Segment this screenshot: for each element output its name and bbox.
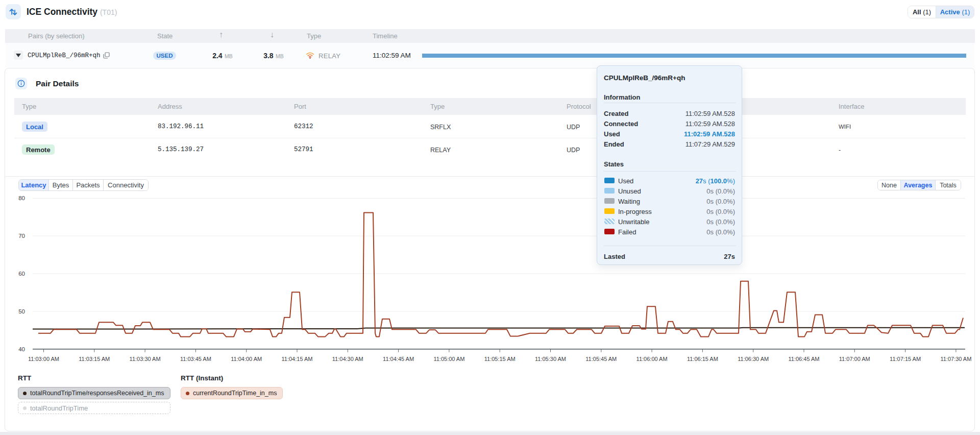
svg-text:11:06:15 AM: 11:06:15 AM	[687, 356, 718, 362]
svg-text:11:06:45 AM: 11:06:45 AM	[789, 356, 820, 362]
svg-text:80: 80	[18, 195, 25, 201]
svg-text:70: 70	[18, 233, 25, 239]
svg-text:11:05:30 AM: 11:05:30 AM	[535, 356, 566, 362]
svg-text:11:07:00 AM: 11:07:00 AM	[839, 356, 870, 362]
svg-text:11:07:15 AM: 11:07:15 AM	[890, 356, 921, 362]
svg-text:11:03:00 AM: 11:03:00 AM	[28, 356, 59, 362]
svg-text:11:03:45 AM: 11:03:45 AM	[180, 356, 211, 362]
svg-text:11:04:15 AM: 11:04:15 AM	[282, 356, 313, 362]
svg-text:11:05:45 AM: 11:05:45 AM	[585, 356, 617, 362]
svg-text:40: 40	[18, 346, 25, 352]
svg-text:11:06:00 AM: 11:06:00 AM	[636, 356, 668, 362]
svg-text:11:05:15 AM: 11:05:15 AM	[484, 356, 516, 362]
svg-text:11:04:00 AM: 11:04:00 AM	[231, 356, 262, 362]
svg-text:11:06:30 AM: 11:06:30 AM	[738, 356, 769, 362]
svg-text:50: 50	[18, 308, 25, 315]
svg-text:11:03:15 AM: 11:03:15 AM	[79, 356, 110, 362]
svg-text:11:05:00 AM: 11:05:00 AM	[433, 356, 464, 362]
svg-text:11:04:30 AM: 11:04:30 AM	[332, 356, 363, 362]
svg-text:11:03:30 AM: 11:03:30 AM	[130, 356, 161, 362]
svg-text:60: 60	[18, 271, 25, 277]
svg-text:11:04:45 AM: 11:04:45 AM	[383, 356, 414, 362]
svg-text:11:07:30 AM: 11:07:30 AM	[940, 356, 971, 362]
